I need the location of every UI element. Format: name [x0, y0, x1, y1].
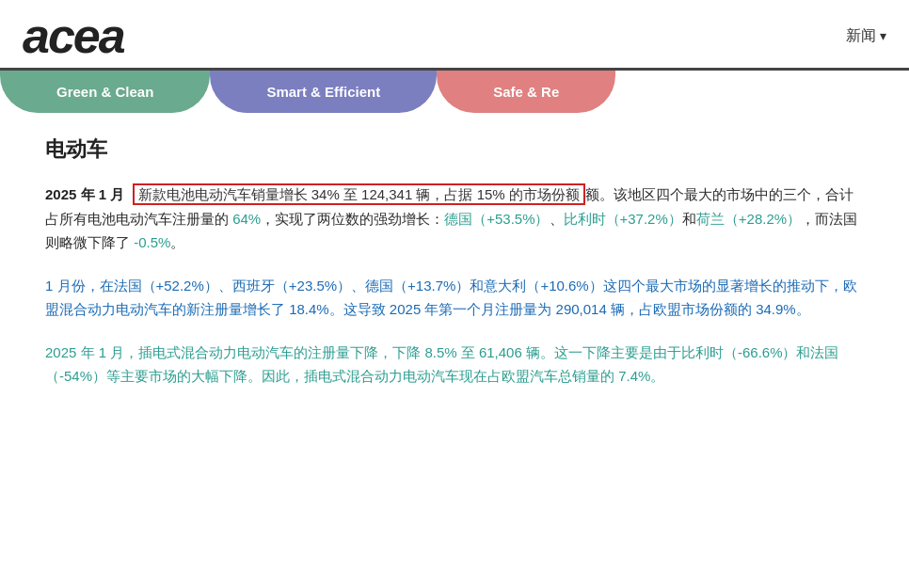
paragraph-3: 2025 年 1 月，插电式混合动力电动汽车的注册量下降，下降 8.5% 至 6… — [45, 341, 858, 389]
page-title: 电动车 — [45, 135, 858, 164]
main-content: 电动车 2025 年 1 月 新款电池电动汽车销量增长 34% 至 124,34… — [0, 113, 903, 430]
germany-1: 德国（+53.5%） — [444, 211, 549, 227]
belgium-1: 比利时（+37.2%） — [564, 211, 682, 227]
p2-text: 1 月份，在法国（+52.2%）、西班牙（+23.5%）、德国（+13.7%）和… — [45, 278, 857, 318]
news-button[interactable]: 新闻 — [846, 26, 886, 46]
tab-green-clean[interactable]: Green & Clean — [0, 71, 210, 113]
logo: acea — [23, 11, 124, 60]
france-1: -0.5% — [134, 234, 170, 250]
text-teal-1: 64% — [232, 211, 261, 227]
highlight-box: 新款电池电动汽车销量增长 34% 至 124,341 辆，占据 15% 的市场份… — [133, 183, 585, 205]
paragraph-1: 2025 年 1 月 新款电池电动汽车销量增长 34% 至 124,341 辆，… — [45, 183, 858, 255]
nav-tabs: Green & Clean Smart & Efficient Safe & R… — [0, 71, 909, 113]
date-label-1: 2025 年 1 月 — [45, 186, 124, 202]
spacer-1 — [128, 186, 132, 202]
paragraph-2: 1 月份，在法国（+52.2%）、西班牙（+23.5%）、德国（+13.7%）和… — [45, 274, 858, 322]
header: acea 新闻 — [0, 0, 909, 71]
tab-smart-efficient[interactable]: Smart & Efficient — [210, 71, 437, 113]
tab-safe-road[interactable]: Safe & Re — [437, 71, 615, 113]
p3-text: 2025 年 1 月，插电式混合动力电动汽车的注册量下降，下降 8.5% 至 6… — [45, 344, 838, 385]
netherlands-1: 荷兰（+28.2%） — [696, 211, 801, 227]
